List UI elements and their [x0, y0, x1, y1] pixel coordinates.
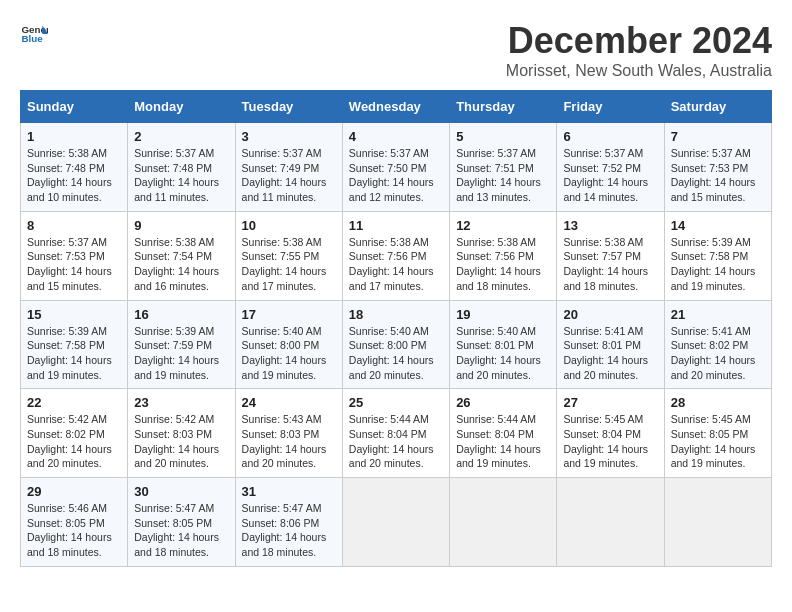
day-number: 7: [671, 129, 765, 144]
day-number: 27: [563, 395, 657, 410]
day-number: 17: [242, 307, 336, 322]
week-row-2: 8Sunrise: 5:37 AM Sunset: 7:53 PM Daylig…: [21, 211, 772, 300]
day-info: Sunrise: 5:39 AM Sunset: 7:58 PM Dayligh…: [671, 235, 765, 294]
calendar-table: SundayMondayTuesdayWednesdayThursdayFrid…: [20, 90, 772, 567]
day-cell-30: 30Sunrise: 5:47 AM Sunset: 8:05 PM Dayli…: [128, 478, 235, 567]
day-number: 23: [134, 395, 228, 410]
svg-text:Blue: Blue: [21, 33, 43, 44]
day-cell-25: 25Sunrise: 5:44 AM Sunset: 8:04 PM Dayli…: [342, 389, 449, 478]
day-cell-12: 12Sunrise: 5:38 AM Sunset: 7:56 PM Dayli…: [450, 211, 557, 300]
empty-cell: [342, 478, 449, 567]
day-cell-16: 16Sunrise: 5:39 AM Sunset: 7:59 PM Dayli…: [128, 300, 235, 389]
weekday-header-tuesday: Tuesday: [235, 91, 342, 123]
empty-cell: [664, 478, 771, 567]
day-number: 14: [671, 218, 765, 233]
day-cell-1: 1Sunrise: 5:38 AM Sunset: 7:48 PM Daylig…: [21, 123, 128, 212]
day-info: Sunrise: 5:42 AM Sunset: 8:02 PM Dayligh…: [27, 412, 121, 471]
day-number: 28: [671, 395, 765, 410]
day-info: Sunrise: 5:37 AM Sunset: 7:53 PM Dayligh…: [27, 235, 121, 294]
calendar-subtitle: Morisset, New South Wales, Australia: [506, 62, 772, 80]
day-info: Sunrise: 5:38 AM Sunset: 7:56 PM Dayligh…: [349, 235, 443, 294]
day-number: 2: [134, 129, 228, 144]
page-header: General Blue December 2024 Morisset, New…: [20, 20, 772, 80]
day-cell-21: 21Sunrise: 5:41 AM Sunset: 8:02 PM Dayli…: [664, 300, 771, 389]
weekday-header-saturday: Saturday: [664, 91, 771, 123]
day-info: Sunrise: 5:37 AM Sunset: 7:51 PM Dayligh…: [456, 146, 550, 205]
day-info: Sunrise: 5:44 AM Sunset: 8:04 PM Dayligh…: [349, 412, 443, 471]
empty-cell: [450, 478, 557, 567]
day-cell-11: 11Sunrise: 5:38 AM Sunset: 7:56 PM Dayli…: [342, 211, 449, 300]
day-cell-17: 17Sunrise: 5:40 AM Sunset: 8:00 PM Dayli…: [235, 300, 342, 389]
day-cell-18: 18Sunrise: 5:40 AM Sunset: 8:00 PM Dayli…: [342, 300, 449, 389]
day-number: 20: [563, 307, 657, 322]
day-cell-29: 29Sunrise: 5:46 AM Sunset: 8:05 PM Dayli…: [21, 478, 128, 567]
day-number: 30: [134, 484, 228, 499]
day-cell-19: 19Sunrise: 5:40 AM Sunset: 8:01 PM Dayli…: [450, 300, 557, 389]
weekday-header-wednesday: Wednesday: [342, 91, 449, 123]
day-cell-10: 10Sunrise: 5:38 AM Sunset: 7:55 PM Dayli…: [235, 211, 342, 300]
logo: General Blue: [20, 20, 48, 48]
empty-cell: [557, 478, 664, 567]
day-info: Sunrise: 5:45 AM Sunset: 8:04 PM Dayligh…: [563, 412, 657, 471]
weekday-header-monday: Monday: [128, 91, 235, 123]
day-info: Sunrise: 5:45 AM Sunset: 8:05 PM Dayligh…: [671, 412, 765, 471]
day-info: Sunrise: 5:38 AM Sunset: 7:48 PM Dayligh…: [27, 146, 121, 205]
week-row-5: 29Sunrise: 5:46 AM Sunset: 8:05 PM Dayli…: [21, 478, 772, 567]
day-info: Sunrise: 5:47 AM Sunset: 8:05 PM Dayligh…: [134, 501, 228, 560]
weekday-header-row: SundayMondayTuesdayWednesdayThursdayFrid…: [21, 91, 772, 123]
day-info: Sunrise: 5:41 AM Sunset: 8:01 PM Dayligh…: [563, 324, 657, 383]
day-info: Sunrise: 5:39 AM Sunset: 7:59 PM Dayligh…: [134, 324, 228, 383]
day-number: 22: [27, 395, 121, 410]
week-row-4: 22Sunrise: 5:42 AM Sunset: 8:02 PM Dayli…: [21, 389, 772, 478]
day-info: Sunrise: 5:38 AM Sunset: 7:54 PM Dayligh…: [134, 235, 228, 294]
day-info: Sunrise: 5:40 AM Sunset: 8:00 PM Dayligh…: [242, 324, 336, 383]
day-cell-3: 3Sunrise: 5:37 AM Sunset: 7:49 PM Daylig…: [235, 123, 342, 212]
day-info: Sunrise: 5:37 AM Sunset: 7:48 PM Dayligh…: [134, 146, 228, 205]
day-number: 10: [242, 218, 336, 233]
day-cell-23: 23Sunrise: 5:42 AM Sunset: 8:03 PM Dayli…: [128, 389, 235, 478]
day-cell-5: 5Sunrise: 5:37 AM Sunset: 7:51 PM Daylig…: [450, 123, 557, 212]
day-number: 5: [456, 129, 550, 144]
day-number: 26: [456, 395, 550, 410]
day-number: 11: [349, 218, 443, 233]
day-number: 24: [242, 395, 336, 410]
day-cell-7: 7Sunrise: 5:37 AM Sunset: 7:53 PM Daylig…: [664, 123, 771, 212]
day-number: 16: [134, 307, 228, 322]
day-cell-2: 2Sunrise: 5:37 AM Sunset: 7:48 PM Daylig…: [128, 123, 235, 212]
weekday-header-thursday: Thursday: [450, 91, 557, 123]
day-number: 1: [27, 129, 121, 144]
day-number: 9: [134, 218, 228, 233]
day-cell-24: 24Sunrise: 5:43 AM Sunset: 8:03 PM Dayli…: [235, 389, 342, 478]
day-info: Sunrise: 5:42 AM Sunset: 8:03 PM Dayligh…: [134, 412, 228, 471]
day-cell-28: 28Sunrise: 5:45 AM Sunset: 8:05 PM Dayli…: [664, 389, 771, 478]
day-cell-15: 15Sunrise: 5:39 AM Sunset: 7:58 PM Dayli…: [21, 300, 128, 389]
calendar-title: December 2024: [506, 20, 772, 62]
day-info: Sunrise: 5:40 AM Sunset: 8:01 PM Dayligh…: [456, 324, 550, 383]
day-info: Sunrise: 5:38 AM Sunset: 7:57 PM Dayligh…: [563, 235, 657, 294]
weekday-header-friday: Friday: [557, 91, 664, 123]
day-cell-4: 4Sunrise: 5:37 AM Sunset: 7:50 PM Daylig…: [342, 123, 449, 212]
day-cell-6: 6Sunrise: 5:37 AM Sunset: 7:52 PM Daylig…: [557, 123, 664, 212]
day-number: 4: [349, 129, 443, 144]
day-cell-13: 13Sunrise: 5:38 AM Sunset: 7:57 PM Dayli…: [557, 211, 664, 300]
day-info: Sunrise: 5:37 AM Sunset: 7:50 PM Dayligh…: [349, 146, 443, 205]
day-number: 8: [27, 218, 121, 233]
title-section: December 2024 Morisset, New South Wales,…: [506, 20, 772, 80]
day-number: 25: [349, 395, 443, 410]
day-cell-9: 9Sunrise: 5:38 AM Sunset: 7:54 PM Daylig…: [128, 211, 235, 300]
day-cell-8: 8Sunrise: 5:37 AM Sunset: 7:53 PM Daylig…: [21, 211, 128, 300]
day-number: 29: [27, 484, 121, 499]
day-info: Sunrise: 5:38 AM Sunset: 7:56 PM Dayligh…: [456, 235, 550, 294]
weekday-header-sunday: Sunday: [21, 91, 128, 123]
day-info: Sunrise: 5:37 AM Sunset: 7:52 PM Dayligh…: [563, 146, 657, 205]
day-number: 31: [242, 484, 336, 499]
day-number: 19: [456, 307, 550, 322]
day-number: 3: [242, 129, 336, 144]
week-row-3: 15Sunrise: 5:39 AM Sunset: 7:58 PM Dayli…: [21, 300, 772, 389]
day-number: 6: [563, 129, 657, 144]
day-cell-20: 20Sunrise: 5:41 AM Sunset: 8:01 PM Dayli…: [557, 300, 664, 389]
day-cell-22: 22Sunrise: 5:42 AM Sunset: 8:02 PM Dayli…: [21, 389, 128, 478]
day-number: 18: [349, 307, 443, 322]
logo-icon: General Blue: [20, 20, 48, 48]
day-info: Sunrise: 5:38 AM Sunset: 7:55 PM Dayligh…: [242, 235, 336, 294]
